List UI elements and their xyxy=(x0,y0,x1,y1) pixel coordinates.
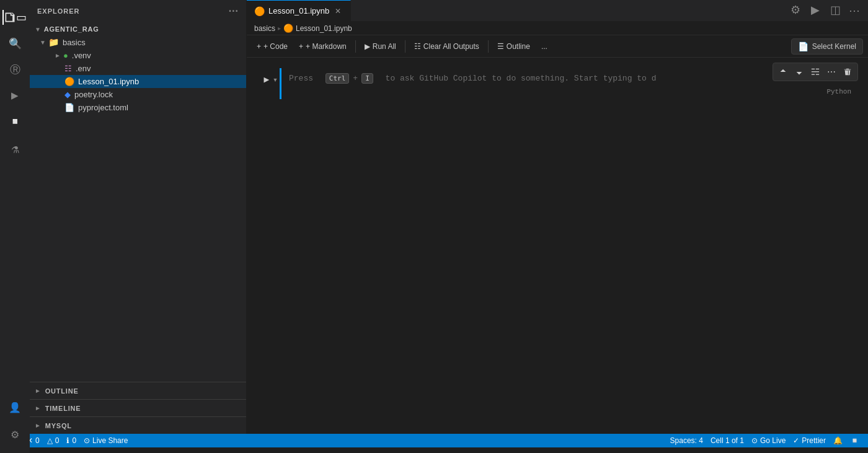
tabs-more-icon[interactable]: ⋯ xyxy=(846,4,863,17)
live-share-status-item[interactable]: ⊙ Live Share xyxy=(80,434,131,447)
sidebar-header-icons: ⋯ xyxy=(228,5,239,17)
sidebar-item-poetry[interactable]: ◆ poetry.lock xyxy=(30,88,246,101)
toolbar-sep-2 xyxy=(405,40,405,53)
svg-rect-2 xyxy=(812,69,815,69)
sidebar-item-venv[interactable]: ► ● .venv xyxy=(30,49,246,62)
add-markdown-icon: + xyxy=(299,42,303,51)
select-kernel-btn[interactable]: 📄 Select Kernel xyxy=(791,38,863,55)
lesson-label: Lesson_01.ipynb xyxy=(78,77,139,86)
spaces-status-item[interactable]: Spaces: 4 xyxy=(666,436,707,445)
warnings-status-item[interactable]: △ 0 xyxy=(43,434,63,447)
go-live-status-item[interactable]: ⊙ Go Live xyxy=(748,436,789,445)
notebook-cell: ▼ Press Ctrl + I to ask GitHub Copilot t… xyxy=(257,68,858,100)
run-debug-icon[interactable]: ▶ xyxy=(2,83,27,108)
live-share-icon: ⊙ xyxy=(84,436,90,445)
breadcrumb-basics[interactable]: basics xyxy=(254,24,275,33)
pyproject-file-icon: 📄 xyxy=(64,103,74,112)
info-status-item[interactable]: ℹ 0 xyxy=(63,434,80,447)
timeline-chevron-icon: ► xyxy=(35,405,42,411)
sidebar-tree: ▼ AGENTIC_RAG ▼ 📁 basics ► ● .venv ☷ .en… xyxy=(30,22,246,382)
accounts-icon[interactable]: 👤 xyxy=(2,395,27,420)
clear-outputs-label: Clear All Outputs xyxy=(423,42,479,51)
tab-lesson01[interactable]: 🟠 Lesson_01.ipynb ✕ xyxy=(247,0,351,21)
root-folder-label: AGENTIC_RAG xyxy=(44,25,99,33)
more-toolbar-btn[interactable]: ... xyxy=(536,40,552,53)
settings-top-icon[interactable]: ⚙ xyxy=(787,1,804,19)
run-all-label: Run All xyxy=(373,42,396,51)
sidebar-item-basics[interactable]: ▼ 📁 basics xyxy=(30,35,246,49)
sidebar-panel-outline[interactable]: ► OUTLINE xyxy=(30,382,246,399)
search-icon[interactable]: 🔍 xyxy=(2,31,27,56)
move-up-btn[interactable] xyxy=(776,64,790,79)
venv-icon: ● xyxy=(63,51,68,60)
run-cell-chevron[interactable]: ▼ xyxy=(273,77,278,83)
run-cell-btn[interactable] xyxy=(259,73,273,87)
source-control-icon[interactable]: Ⓡ xyxy=(2,57,27,82)
layout-status-item[interactable]: ◽ xyxy=(846,436,863,445)
delete-cell-btn[interactable] xyxy=(840,64,855,79)
bell-status-item[interactable]: 🔔 xyxy=(830,436,846,445)
cell-info-label: Cell 1 of 1 xyxy=(711,436,744,445)
info-icon: ℹ xyxy=(66,436,69,445)
tabs-bar: 🟠 Lesson_01.ipynb ✕ ⚙ ▶ ◫ ⋯ xyxy=(247,0,868,22)
sidebar-item-lesson01[interactable]: 🟠 Lesson_01.ipynb xyxy=(30,75,246,88)
split-cell-btn[interactable] xyxy=(808,64,823,79)
sidebar-header: EXPLORER ⋯ xyxy=(30,0,246,22)
editor-area: 🟠 Lesson_01.ipynb ✕ ⚙ ▶ ◫ ⋯ basics ▸ 🟠 L… xyxy=(247,0,868,434)
basics-label: basics xyxy=(63,38,86,47)
svg-rect-3 xyxy=(816,69,819,69)
toolbar-sep-3 xyxy=(488,40,489,53)
hint-ctrl-key: Ctrl xyxy=(326,73,350,84)
activity-bar: ▭ 🔍 Ⓡ ▶ ◽ ⚗ 👤 ⚙ xyxy=(0,0,30,453)
select-kernel-label: Select Kernel xyxy=(812,42,856,51)
extensions-icon[interactable]: ◽ xyxy=(2,109,27,134)
cell-info-status-item[interactable]: Cell 1 of 1 xyxy=(707,436,748,445)
status-bar: ⟺ ✕ 0 △ 0 ℹ 0 ⊙ Live Share Spaces: 4 Cel… xyxy=(0,434,868,447)
sidebar-item-env[interactable]: ☷ .env xyxy=(30,62,246,75)
sidebar-item-pyproject[interactable]: 📄 pyproject.toml xyxy=(30,101,246,114)
cell-hint: Press Ctrl + I to ask GitHub Copilot to … xyxy=(289,73,850,84)
prettier-icon: ✓ xyxy=(793,436,799,445)
sidebar-panel-mysql[interactable]: ► MYSQL xyxy=(30,416,246,434)
root-chevron-icon: ▼ xyxy=(35,26,42,33)
tab-close-btn[interactable]: ✕ xyxy=(333,6,343,16)
split-editor-icon[interactable]: ◫ xyxy=(826,1,844,19)
tab-lesson-label: Lesson_01.ipynb xyxy=(268,6,329,15)
folder-icon: 📁 xyxy=(48,37,59,47)
cell-body[interactable]: Press Ctrl + I to ask GitHub Copilot to … xyxy=(280,68,857,99)
prettier-status-item[interactable]: ✓ Prettier xyxy=(789,436,830,445)
add-markdown-btn[interactable]: + + Markdown xyxy=(294,40,352,53)
run-all-icon: ▶ xyxy=(365,42,370,51)
poetry-label: poetry.lock xyxy=(74,90,113,99)
venv-chevron-icon: ► xyxy=(55,52,61,59)
sidebar-panel-timeline[interactable]: ► TIMELINE xyxy=(30,399,246,416)
mysql-label: MYSQL xyxy=(45,422,72,429)
cell-toolbar: ⋯ xyxy=(773,63,858,81)
sidebar-title: EXPLORER xyxy=(37,7,80,15)
add-code-btn[interactable]: + + Code xyxy=(252,40,293,53)
more-cell-actions-btn[interactable]: ⋯ xyxy=(824,64,839,79)
basics-chevron-icon: ▼ xyxy=(40,39,46,46)
outline-chevron-icon: ► xyxy=(35,387,42,394)
move-down-btn[interactable] xyxy=(792,64,807,79)
mysql-chevron-icon: ► xyxy=(35,422,42,429)
run-top-icon[interactable]: ▶ xyxy=(807,1,824,19)
more-icon: ... xyxy=(541,42,547,51)
breadcrumb-sep: ▸ xyxy=(278,25,281,32)
toolbar-sep-1 xyxy=(355,40,356,53)
clear-outputs-btn[interactable]: ☷ Clear All Outputs xyxy=(409,40,484,53)
lesson-file-icon: 🟠 xyxy=(64,77,74,86)
run-all-btn[interactable]: ▶ Run All xyxy=(360,40,401,53)
cell-gutter: ▼ xyxy=(257,68,280,99)
explorer-icon[interactable]: ▭ xyxy=(2,5,27,30)
breadcrumb-file[interactable]: Lesson_01.ipynb xyxy=(296,24,352,33)
settings-icon[interactable]: ⚙ xyxy=(2,422,27,447)
go-live-label: Go Live xyxy=(760,436,786,445)
svg-rect-5 xyxy=(816,74,819,75)
sidebar-more-icon[interactable]: ⋯ xyxy=(228,5,239,17)
go-live-icon: ⊙ xyxy=(751,436,758,445)
test-icon[interactable]: ⚗ xyxy=(2,138,27,162)
info-count: 0 xyxy=(72,436,76,445)
outline-btn[interactable]: ☰ Outline xyxy=(492,40,535,53)
tree-root-agentic-rag[interactable]: ▼ AGENTIC_RAG xyxy=(30,23,246,35)
